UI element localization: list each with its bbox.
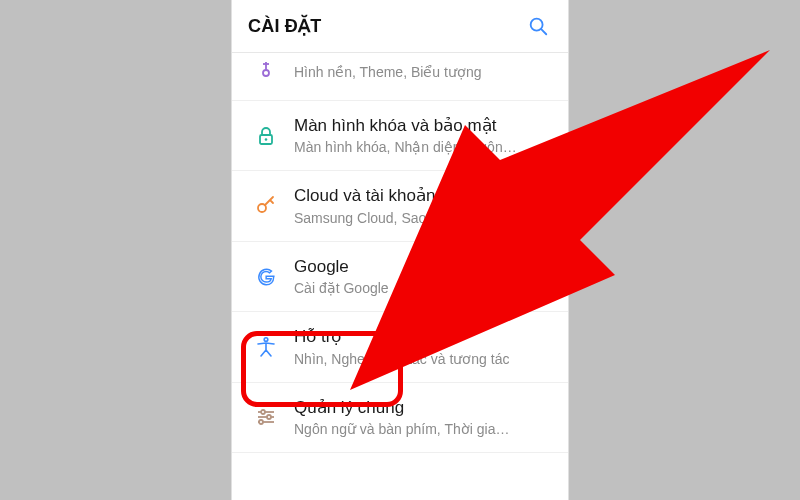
sliders-icon — [246, 405, 286, 429]
item-subtitle: Ngôn ngữ và bàn phím, Thời gia… — [294, 420, 509, 438]
settings-list: Hình nền, Theme, Biểu tượng Màn hình khó… — [232, 53, 568, 453]
item-label: Google — [294, 256, 389, 277]
item-label: Cloud và tài khoản — [294, 185, 501, 206]
item-label: Quản lý chung — [294, 397, 509, 418]
settings-item-accessibility[interactable]: Hỗ trợ Nhìn, Nghe, Thao tác và tương tác — [232, 312, 568, 382]
search-button[interactable] — [524, 12, 552, 40]
item-label: Hỗ trợ — [294, 326, 509, 347]
item-subtitle: Màn hình khóa, Nhận diện khuôn… — [294, 138, 517, 156]
search-icon — [527, 15, 549, 37]
brush-icon — [246, 60, 286, 84]
item-label: Màn hình khóa và bảo mật — [294, 115, 517, 136]
settings-item-general[interactable]: Quản lý chung Ngôn ngữ và bàn phím, Thời… — [232, 383, 568, 453]
item-subtitle: Samsung Cloud, Sao lưu và kh… — [294, 209, 501, 227]
page-title: CÀI ĐẶT — [248, 15, 321, 37]
stage: CÀI ĐẶT Hình nền, Theme, Biểu tượng — [0, 0, 800, 500]
item-subtitle: Hình nền, Theme, Biểu tượng — [294, 63, 482, 81]
accessibility-icon — [246, 335, 286, 359]
settings-item-wallpaper[interactable]: Hình nền, Theme, Biểu tượng — [232, 53, 568, 101]
key-icon — [246, 194, 286, 218]
settings-screen: CÀI ĐẶT Hình nền, Theme, Biểu tượng — [232, 0, 568, 500]
settings-item-lockscreen[interactable]: Màn hình khóa và bảo mật Màn hình khóa, … — [232, 101, 568, 171]
svg-line-1 — [541, 29, 546, 34]
item-subtitle: Cài đặt Google — [294, 279, 389, 297]
svg-point-5 — [264, 338, 268, 342]
svg-point-9 — [267, 415, 271, 419]
svg-point-7 — [261, 410, 265, 414]
svg-point-11 — [259, 420, 263, 424]
header-bar: CÀI ĐẶT — [232, 0, 568, 53]
lock-icon — [246, 124, 286, 148]
settings-item-cloud[interactable]: Cloud và tài khoản Samsung Cloud, Sao lư… — [232, 171, 568, 241]
google-icon — [246, 266, 286, 288]
item-subtitle: Nhìn, Nghe, Thao tác và tương tác — [294, 350, 509, 368]
settings-item-google[interactable]: Google Cài đặt Google — [232, 242, 568, 312]
svg-point-3 — [265, 138, 268, 141]
